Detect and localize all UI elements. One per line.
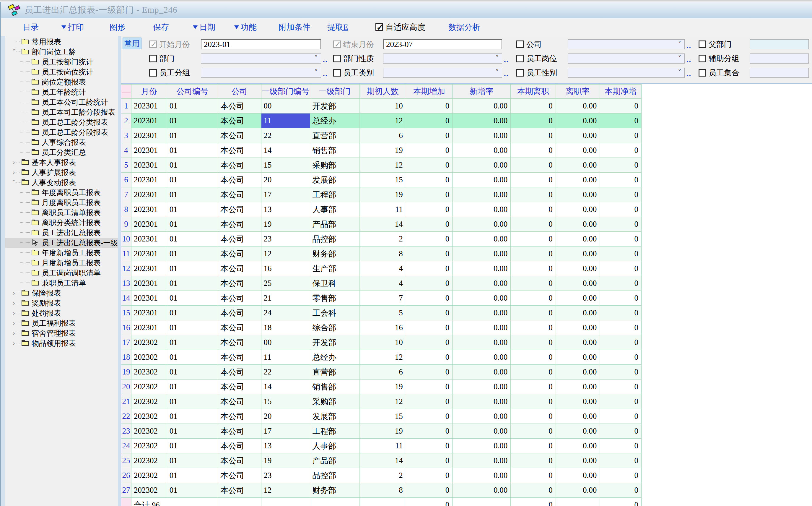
toolbar-item-3[interactable]: 图形 <box>110 18 125 36</box>
table-cell[interactable]: 6 <box>360 365 406 380</box>
table-cell[interactable]: 0 <box>600 99 641 113</box>
table-cell[interactable]: 0.00 <box>555 409 600 424</box>
tree-item[interactable]: 常用报表 <box>5 37 118 47</box>
table-cell[interactable]: 0 <box>406 232 452 247</box>
table-cell[interactable]: 8 <box>360 247 406 261</box>
table-cell[interactable]: 0 <box>600 335 641 350</box>
column-header[interactable]: 离职率 <box>555 85 600 99</box>
table-cell[interactable]: 7 <box>360 291 406 306</box>
toolbar-item-9[interactable]: 数据分析 <box>448 18 480 36</box>
table-cell[interactable]: 0 <box>511 261 556 276</box>
tree-item[interactable]: 离职员工清单报表 <box>5 207 118 218</box>
table-cell[interactable]: 本公司 <box>218 350 261 365</box>
table-cell[interactable]: 01 <box>167 468 218 483</box>
common-tab-button[interactable]: 常用 <box>123 37 141 49</box>
autofit-height-checkbox[interactable]: 自适应高度 <box>376 18 425 36</box>
table-cell[interactable]: 0 <box>600 365 641 380</box>
table-cell[interactable]: 发展部 <box>310 409 359 424</box>
row-number-cell[interactable]: 18 <box>121 350 131 365</box>
row-number-cell[interactable]: 14 <box>121 291 131 306</box>
table-cell[interactable]: 0 <box>600 468 641 483</box>
table-cell[interactable]: 202301 <box>131 247 167 261</box>
table-cell[interactable]: 0 <box>406 468 452 483</box>
table-cell[interactable]: 15 <box>261 158 310 173</box>
table-cell[interactable]: 0 <box>600 276 641 291</box>
chevron-down-icon[interactable]: ˅ <box>495 69 499 77</box>
table-cell[interactable]: 202301 <box>131 173 167 187</box>
table-cell[interactable]: 25 <box>261 276 310 291</box>
table-cell[interactable]: 0.00 <box>452 483 511 498</box>
table-cell[interactable]: 18 <box>261 320 310 335</box>
table-cell[interactable]: 0.00 <box>555 187 600 202</box>
table-cell[interactable]: 0.00 <box>452 143 511 158</box>
filter-checkbox[interactable] <box>333 40 341 48</box>
table-cell[interactable]: 0 <box>600 453 641 468</box>
row-number-cell[interactable]: 22 <box>121 409 131 424</box>
table-cell[interactable]: 0.00 <box>555 291 600 306</box>
table-cell[interactable]: 22 <box>261 128 310 143</box>
table-cell[interactable]: 本公司 <box>218 217 261 232</box>
table-cell[interactable]: 0 <box>511 453 556 468</box>
table-cell[interactable]: 本公司 <box>218 128 261 143</box>
row-number-cell[interactable]: 1 <box>121 99 131 113</box>
tree-item[interactable]: ›宿舍管理报表 <box>5 328 118 338</box>
row-number-cell[interactable]: 26 <box>121 468 131 483</box>
tree-item[interactable]: 月度离职员工报表 <box>5 197 118 207</box>
chevron-down-icon[interactable]: ˅ <box>678 40 682 49</box>
row-number-cell[interactable]: 12 <box>121 261 131 276</box>
table-cell[interactable]: 6 <box>360 128 406 143</box>
table-cell[interactable]: 0 <box>600 291 641 306</box>
table-cell[interactable]: 发展部 <box>310 173 359 187</box>
tree-item[interactable]: 员工分类汇总 <box>5 147 118 157</box>
ellipsis-picker-button[interactable]: .. <box>504 70 509 78</box>
table-cell[interactable]: 本公司 <box>218 247 261 261</box>
table-cell[interactable]: 20 <box>261 173 310 187</box>
table-cell[interactable]: 0 <box>511 306 556 320</box>
table-cell[interactable]: 0 <box>600 173 641 187</box>
table-cell[interactable]: 0 <box>511 187 556 202</box>
tree-item[interactable]: ›基本人事报表 <box>5 157 118 167</box>
table-cell[interactable]: 01 <box>167 350 218 365</box>
table-cell[interactable]: 12 <box>261 247 310 261</box>
table-cell[interactable]: 本公司 <box>218 143 261 158</box>
ellipsis-picker-button[interactable]: .. <box>687 70 692 78</box>
table-cell[interactable]: 0 <box>406 247 452 261</box>
table-cell[interactable]: 本公司 <box>218 394 261 409</box>
table-cell[interactable]: 23 <box>261 232 310 247</box>
table-cell[interactable]: 01 <box>167 439 218 453</box>
tree-item-selected[interactable]: 员工进出汇总报表-一级部门 <box>5 238 118 248</box>
table-cell[interactable]: 23 <box>261 468 310 483</box>
table-cell[interactable]: 202302 <box>131 350 167 365</box>
table-cell[interactable]: 11 <box>261 113 310 128</box>
table-cell[interactable]: 01 <box>167 261 218 276</box>
table-cell[interactable]: 0.00 <box>452 128 511 143</box>
table-cell[interactable]: 13 <box>261 439 310 453</box>
table-cell[interactable]: 12 <box>360 158 406 173</box>
table-cell[interactable]: 15 <box>261 394 310 409</box>
table-cell[interactable]: 0 <box>511 291 556 306</box>
panel-splitter[interactable] <box>118 36 121 506</box>
table-cell[interactable]: 202301 <box>131 202 167 217</box>
table-cell[interactable]: 生产部 <box>310 261 359 276</box>
table-cell[interactable]: 人事部 <box>310 202 359 217</box>
table-cell[interactable]: 0.00 <box>555 439 600 453</box>
table-cell[interactable]: 10 <box>360 99 406 113</box>
table-cell[interactable]: 开发部 <box>310 335 359 350</box>
table-cell[interactable]: 0.00 <box>452 320 511 335</box>
table-cell[interactable]: 202302 <box>131 424 167 439</box>
table-cell[interactable]: 0 <box>406 291 452 306</box>
table-cell[interactable]: 14 <box>360 217 406 232</box>
table-cell[interactable]: 直营部 <box>310 128 359 143</box>
row-number-cell[interactable]: 19 <box>121 365 131 380</box>
column-header[interactable]: 本期离职 <box>511 85 556 99</box>
table-cell[interactable]: 14 <box>261 143 310 158</box>
tree-item[interactable]: ›人事扩展报表 <box>5 167 118 177</box>
row-number-cell[interactable]: 21 <box>121 394 131 409</box>
table-cell[interactable]: 0.00 <box>452 232 511 247</box>
table-cell[interactable]: 0.00 <box>555 320 600 335</box>
table-cell[interactable]: 0.00 <box>555 365 600 380</box>
table-cell[interactable]: 0.00 <box>555 173 600 187</box>
table-cell[interactable]: 11 <box>360 202 406 217</box>
table-cell[interactable]: 0 <box>511 380 556 394</box>
chevron-down-icon[interactable]: ˅ <box>495 55 499 63</box>
